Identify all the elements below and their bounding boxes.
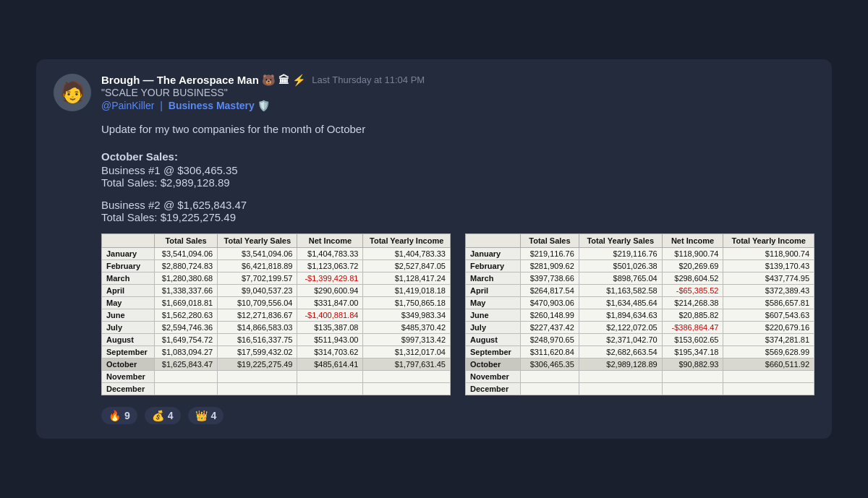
reaction-button[interactable]: 💰4 bbox=[145, 407, 181, 424]
cell-10-1 bbox=[155, 371, 218, 383]
cell-9-2: $2,989,128.89 bbox=[579, 359, 662, 371]
message-body: Update for my two companies for the mont… bbox=[101, 121, 814, 396]
cell-9-4: $1,797,631.45 bbox=[363, 359, 451, 371]
table-row: July$227,437.42$2,122,072.05-$386,864.47… bbox=[466, 322, 814, 334]
cell-9-4: $660,511.92 bbox=[723, 359, 814, 371]
cell-0-2: $3,541,094.06 bbox=[218, 248, 297, 260]
cell-6-2: $14,866,583.03 bbox=[218, 322, 297, 334]
cell-4-4: $586,657.81 bbox=[723, 297, 814, 309]
table-row: April$264,817.54$1,163,582.58-$65,385.52… bbox=[466, 285, 814, 297]
table-row: May$1,669,018.81$10,709,556.04$331,847.0… bbox=[102, 297, 451, 309]
reaction-button[interactable]: 🔥9 bbox=[101, 407, 137, 424]
table-row: November bbox=[102, 371, 451, 383]
channel-separator: | bbox=[160, 100, 163, 111]
cell-2-1: $397,738.66 bbox=[521, 272, 579, 285]
cell-1-1: $281,909.62 bbox=[521, 260, 579, 272]
cell-4-2: $1,634,485.64 bbox=[579, 297, 662, 309]
business1-line2: Total Sales: $2,989,128.89 bbox=[101, 176, 814, 189]
cell-5-1: $1,562,280.63 bbox=[155, 309, 218, 322]
update-text: Update for my two companies for the mont… bbox=[101, 121, 814, 138]
cell-3-1: $1,338,337.66 bbox=[155, 285, 218, 297]
cell-6-4: $485,370.42 bbox=[363, 322, 451, 334]
table-row: June$1,562,280.63$12,271,836.67-$1,400,8… bbox=[102, 309, 451, 322]
channel-mention-link[interactable]: @PainKiller bbox=[101, 100, 154, 111]
cell-0-1: $219,116.76 bbox=[521, 248, 579, 260]
cell-7-3: $153,602.65 bbox=[662, 334, 723, 346]
cell-3-1: $264,817.54 bbox=[521, 285, 579, 297]
cell-1-4: $139,170.43 bbox=[723, 260, 814, 272]
business1-label: October Sales: bbox=[101, 150, 814, 163]
cell-8-3: $314,703.62 bbox=[297, 346, 363, 359]
cell-4-1: $1,669,018.81 bbox=[155, 297, 218, 309]
cell-2-4: $1,128,417.24 bbox=[363, 272, 451, 285]
reaction-count: 4 bbox=[211, 410, 217, 421]
cell-5-3: $20,885.82 bbox=[662, 309, 723, 322]
cell-10-0: November bbox=[102, 371, 155, 383]
table-row: March$1,280,380.68$7,702,199.57-$1,399,4… bbox=[102, 272, 451, 285]
cell-7-4: $374,281.81 bbox=[723, 334, 814, 346]
cell-4-0: May bbox=[466, 297, 521, 309]
table2-col1-header: Total Sales bbox=[521, 234, 579, 248]
cell-11-1 bbox=[155, 383, 218, 395]
table-row: January$219,116.76$219,116.76$118,900.74… bbox=[466, 248, 814, 260]
business1-line1: Business #1 @ $306,465.35 bbox=[101, 164, 814, 176]
cell-1-3: $20,269.69 bbox=[662, 260, 723, 272]
cell-4-3: $331,847.00 bbox=[297, 297, 363, 309]
cell-10-1 bbox=[521, 371, 579, 383]
cell-1-0: February bbox=[466, 260, 521, 272]
cell-3-2: $9,040,537.23 bbox=[218, 285, 297, 297]
cell-0-3: $118,900.74 bbox=[662, 248, 723, 260]
table2-col4-header: Total Yearly Income bbox=[723, 234, 814, 248]
cell-4-1: $470,903.06 bbox=[521, 297, 579, 309]
reaction-button[interactable]: 👑4 bbox=[188, 407, 224, 424]
table-row: August$1,649,754.72$16,516,337.75$511,94… bbox=[102, 334, 451, 346]
cell-7-4: $997,313.42 bbox=[363, 334, 451, 346]
header-text: Brough — The Aerospace Man 🐻 🏛 ⚡ Last Th… bbox=[101, 74, 814, 111]
cell-11-4 bbox=[723, 383, 814, 395]
table1-col0-header bbox=[102, 234, 155, 248]
cell-5-3: -$1,400,881.84 bbox=[297, 309, 363, 322]
table1-col3-header: Net Income bbox=[297, 234, 363, 248]
cell-0-4: $118,900.74 bbox=[723, 248, 814, 260]
reaction-emoji: 🔥 bbox=[109, 410, 121, 421]
cell-5-0: June bbox=[102, 309, 155, 322]
table-row: April$1,338,337.66$9,040,537.23$290,600.… bbox=[102, 285, 451, 297]
cell-6-1: $227,437.42 bbox=[521, 322, 579, 334]
cell-5-1: $260,148.99 bbox=[521, 309, 579, 322]
cell-1-4: $2,527,847.05 bbox=[363, 260, 451, 272]
table2-col0-header bbox=[466, 234, 521, 248]
cell-7-3: $511,943.00 bbox=[297, 334, 363, 346]
timestamp: Last Thursday at 11:04 PM bbox=[312, 74, 425, 85]
cell-6-0: July bbox=[102, 322, 155, 334]
cell-3-0: April bbox=[102, 285, 155, 297]
table-row: July$2,594,746.36$14,866,583.03$135,387.… bbox=[102, 322, 451, 334]
cell-10-0: November bbox=[466, 371, 521, 383]
cell-10-4 bbox=[363, 371, 451, 383]
cell-9-2: $19,225,275.49 bbox=[218, 359, 297, 371]
table-row: February$2,880,724.83$6,421,818.89$1,123… bbox=[102, 260, 451, 272]
cell-3-0: April bbox=[466, 285, 521, 297]
cell-8-0: September bbox=[102, 346, 155, 359]
cell-11-1 bbox=[521, 383, 579, 395]
table-row: January$3,541,094.06$3,541,094.06$1,404,… bbox=[102, 248, 451, 260]
cell-9-3: $485,614.41 bbox=[297, 359, 363, 371]
channel-name: Business Mastery bbox=[169, 100, 255, 111]
channel-line: @PainKiller | Business Mastery 🛡️ bbox=[101, 100, 814, 111]
cell-1-2: $501,026.38 bbox=[579, 260, 662, 272]
reactions-bar: 🔥9💰4👑4 bbox=[101, 407, 814, 424]
cell-9-0: October bbox=[102, 359, 155, 371]
cell-1-3: $1,123,063.72 bbox=[297, 260, 363, 272]
cell-3-2: $1,163,582.58 bbox=[579, 285, 662, 297]
cell-11-0: December bbox=[466, 383, 521, 395]
cell-11-4 bbox=[363, 383, 451, 395]
cell-1-0: February bbox=[102, 260, 155, 272]
business2-line1: Business #2 @ $1,625,843.47 bbox=[101, 199, 814, 211]
cell-5-4: $349,983.34 bbox=[363, 309, 451, 322]
cell-6-2: $2,122,072.05 bbox=[579, 322, 662, 334]
cell-7-1: $1,649,754.72 bbox=[155, 334, 218, 346]
business2-line2: Total Sales: $19,225,275.49 bbox=[101, 211, 814, 223]
cell-9-0: October bbox=[466, 359, 521, 371]
cell-2-0: March bbox=[466, 272, 521, 285]
cell-11-0: December bbox=[102, 383, 155, 395]
cell-9-1: $306,465.35 bbox=[521, 359, 579, 371]
